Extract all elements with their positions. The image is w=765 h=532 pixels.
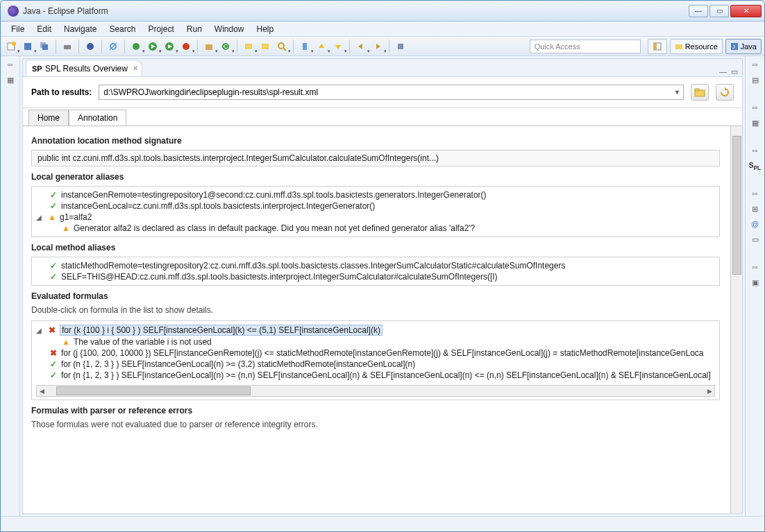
- collapse-icon[interactable]: ◢: [36, 327, 44, 334]
- vertical-scrollbar[interactable]: [730, 126, 742, 513]
- close-button[interactable]: ✕: [730, 5, 762, 17]
- svg-rect-5: [64, 45, 71, 49]
- declaration-view-icon[interactable]: ▭: [749, 235, 762, 246]
- quick-access-input[interactable]: Quick Access: [530, 40, 641, 53]
- list-item[interactable]: for (j {100, 200, 10000 }) SELF[instance…: [61, 348, 703, 358]
- list-item[interactable]: SELF=THIS@HEAD:cz.cuni.mff.d3s.spl.tools…: [61, 272, 498, 282]
- save-all-button[interactable]: [37, 39, 52, 54]
- build-button[interactable]: [83, 39, 98, 54]
- minimize-view-icon[interactable]: —: [719, 67, 727, 76]
- menu-run[interactable]: Run: [180, 23, 208, 35]
- path-dropdown-icon[interactable]: ▼: [674, 89, 680, 96]
- open-type-button[interactable]: [241, 39, 256, 54]
- titlebar: Java - Eclipse Platform — ▭ ✕: [1, 1, 764, 22]
- tab-home[interactable]: Home: [28, 110, 69, 126]
- signature-box: public int cz.cuni.mff.d3s.spl.tools.bas…: [31, 150, 720, 166]
- menu-file[interactable]: File: [5, 23, 31, 35]
- horizontal-scrollbar[interactable]: ◀▶: [36, 385, 715, 397]
- new-class-button[interactable]: C: [218, 39, 233, 54]
- print-button[interactable]: [60, 39, 75, 54]
- run-last-button[interactable]: [162, 39, 177, 54]
- prev-annotation-button[interactable]: [330, 39, 346, 54]
- toggle-mark-button[interactable]: [297, 39, 312, 54]
- list-item[interactable]: The value of the variable i is not used: [74, 337, 212, 347]
- external-tools-button[interactable]: [178, 39, 194, 54]
- new-button[interactable]: [3, 39, 19, 54]
- errors-note: Those formulas were not evaluated due to…: [31, 420, 720, 429]
- section-methods-header: Local method aliases: [31, 243, 720, 252]
- outline-view-icon[interactable]: ▤: [749, 76, 762, 87]
- svg-rect-19: [262, 44, 269, 49]
- svg-point-9: [133, 43, 140, 50]
- app-window: Java - Eclipse Platform — ▭ ✕ File Edit …: [0, 0, 765, 532]
- perspective-resource[interactable]: Resource: [670, 39, 723, 54]
- debug-button[interactable]: [128, 39, 144, 54]
- back-button[interactable]: [353, 39, 369, 54]
- view-icon[interactable]: ▦: [4, 76, 17, 87]
- spl-view-icon[interactable]: SPL: [749, 162, 762, 173]
- pin-button[interactable]: [393, 39, 408, 54]
- restore-icon[interactable]: ▫▫: [749, 60, 762, 71]
- console-view-icon[interactable]: ▣: [749, 278, 762, 289]
- check-icon: ✓: [49, 272, 58, 282]
- browse-button[interactable]: [691, 84, 709, 101]
- forward-button[interactable]: [370, 39, 385, 54]
- open-perspective-button[interactable]: [648, 39, 667, 54]
- svg-rect-22: [303, 43, 307, 50]
- restore-icon[interactable]: ▫▫: [749, 103, 762, 114]
- tab-annotation[interactable]: Annotation: [69, 110, 126, 126]
- new-package-button[interactable]: [201, 39, 217, 54]
- list-item[interactable]: staticMethodRemote=testingrepository2:cz…: [61, 261, 565, 271]
- refresh-button[interactable]: [716, 84, 734, 101]
- tab-close-icon[interactable]: ✕: [133, 65, 138, 72]
- open-task-button[interactable]: [258, 39, 273, 54]
- svg-rect-35: [695, 89, 699, 91]
- tasks-view-icon[interactable]: ▦: [749, 119, 762, 130]
- restore-icon[interactable]: ▫▫: [749, 189, 762, 200]
- restore-icon[interactable]: ▫▫: [4, 60, 17, 71]
- svg-marker-25: [358, 44, 362, 49]
- statusbar: [1, 516, 764, 531]
- svg-rect-27: [398, 44, 403, 49]
- list
-item[interactable]: for (k {100 } i { 500 } ) SELF[instanceG…: [60, 325, 382, 336]
- skip-breakpoints-button[interactable]: [106, 39, 121, 54]
- list-item[interactable]: Generator alfa2 is declared as class in …: [74, 223, 475, 233]
- view-tab-spl[interactable]: SPL SPL Results Overview ✕: [26, 60, 142, 76]
- restore-icon[interactable]: ▫▫: [749, 263, 762, 274]
- path-input[interactable]: d:\SWPROJ\workingdir\eclipseplugin-resul…: [99, 85, 684, 100]
- svg-text:J: J: [732, 44, 735, 50]
- menu-navigate[interactable]: Navigate: [58, 23, 103, 35]
- save-button[interactable]: [20, 39, 35, 54]
- menu-project[interactable]: Project: [142, 23, 180, 35]
- check-icon: ✓: [49, 359, 58, 369]
- svg-point-1: [12, 42, 16, 46]
- perspective-java[interactable]: JJava: [725, 39, 762, 54]
- menubar: File Edit Navigate Search Project Run Wi…: [1, 22, 764, 37]
- list-item[interactable]: g1=alfa2: [60, 212, 92, 222]
- list-item[interactable]: instanceGenRemote=testingrepository1@sec…: [61, 190, 487, 200]
- list-item[interactable]: for (n {1, 2, 3 } ) SELF[instanceGenLoca…: [61, 359, 415, 369]
- javadoc-view-icon[interactable]: @: [749, 220, 762, 231]
- section-errors-header: Formulas with parser or reference errors: [31, 406, 720, 415]
- restore-icon[interactable]: ▫▫: [749, 146, 762, 157]
- menu-edit[interactable]: Edit: [31, 23, 58, 35]
- problems-view-icon[interactable]: ⊞: [749, 205, 762, 216]
- toolbar: C Quick Access Resource JJava: [1, 37, 764, 56]
- minimize-button[interactable]: —: [689, 5, 708, 17]
- check-icon: ✓: [49, 261, 58, 271]
- svg-point-20: [278, 43, 284, 49]
- collapse-icon[interactable]: ◢: [36, 214, 44, 221]
- menu-help[interactable]: Help: [251, 23, 280, 35]
- list-item[interactable]: instanceGenLocal=cz.cuni.mff.d3s.spl.too…: [61, 201, 375, 211]
- menu-search[interactable]: Search: [103, 23, 142, 35]
- maximize-button[interactable]: ▭: [709, 5, 729, 17]
- check-icon: ✓: [49, 370, 58, 380]
- menu-window[interactable]: Window: [208, 23, 251, 35]
- next-annotation-button[interactable]: [314, 39, 329, 54]
- search-button[interactable]: [274, 39, 289, 54]
- svg-rect-15: [205, 44, 212, 50]
- section-generators-header: Local generator aliases: [31, 172, 720, 182]
- run-button[interactable]: [145, 39, 160, 54]
- maximize-view-icon[interactable]: ▭: [731, 67, 738, 76]
- list-item[interactable]: for (n {1, 2, 3 } ) SELF[instanceGenLoca…: [61, 370, 711, 380]
